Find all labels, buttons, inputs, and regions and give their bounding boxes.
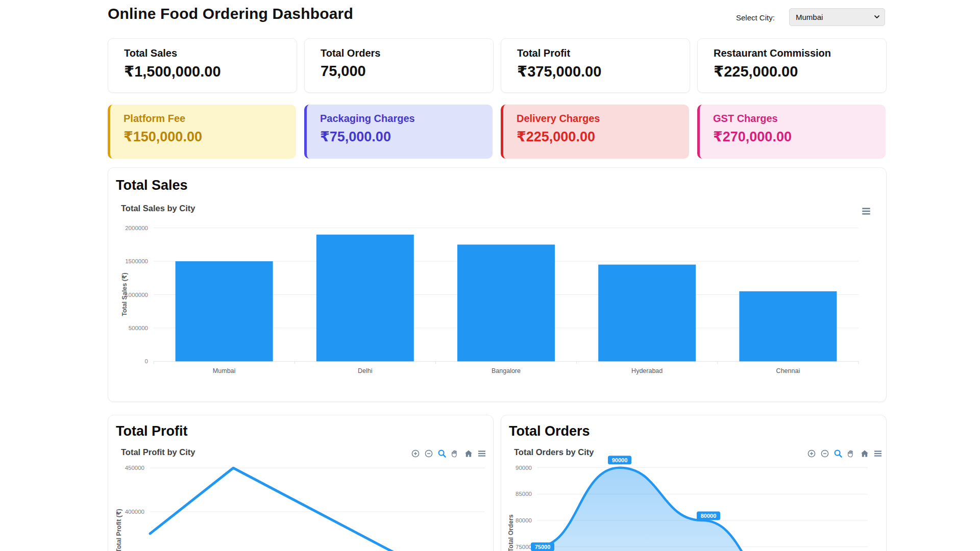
dashboard-page: { "header": { "title": "Online Food Orde… xyxy=(0,0,980,551)
bar-chart-title: Total Sales by City xyxy=(121,204,195,213)
pan-icon[interactable] xyxy=(846,448,856,459)
menu-icon[interactable] xyxy=(873,448,883,459)
select-city-label: Select City: xyxy=(736,13,775,22)
bar-chart-toolbar xyxy=(861,206,872,217)
home-icon[interactable] xyxy=(463,448,474,459)
zoom-in-icon[interactable] xyxy=(806,448,817,459)
fee-value: ₹225,000.00 xyxy=(517,129,595,145)
selection-zoom-icon[interactable] xyxy=(437,448,447,459)
fee-label: Platform Fee xyxy=(124,113,185,124)
home-icon[interactable] xyxy=(860,448,870,459)
area-chart-title: Total Orders by City xyxy=(514,447,594,457)
stat-card-total-orders: Total Orders 75,000 xyxy=(304,38,494,93)
section-heading-total-profit: Total Profit xyxy=(116,423,187,439)
stat-label: Total Orders xyxy=(321,47,380,59)
section-heading-total-sales: Total Sales xyxy=(116,178,188,193)
city-select-wrap: Mumbai xyxy=(789,8,885,26)
stat-card-total-sales: Total Sales ₹1,500,000.00 xyxy=(108,38,297,93)
pan-icon[interactable] xyxy=(450,448,460,459)
fee-label: GST Charges xyxy=(713,113,778,124)
total-sales-panel xyxy=(108,167,887,402)
stat-card-total-profit: Total Profit ₹375,000.00 xyxy=(501,38,690,93)
stat-value: ₹375,000.00 xyxy=(517,63,601,80)
fee-card-packaging-charges: Packaging Charges ₹75,000.00 xyxy=(304,105,493,159)
fee-value: ₹150,000.00 xyxy=(124,129,202,145)
fee-label: Packaging Charges xyxy=(320,113,415,124)
stat-value: ₹1,500,000.00 xyxy=(124,63,221,80)
fee-value: ₹75,000.00 xyxy=(320,129,391,145)
fee-card-platform-fee: Platform Fee ₹150,000.00 xyxy=(108,105,296,159)
stat-value: ₹225,000.00 xyxy=(714,63,798,80)
fee-card-delivery-charges: Delivery Charges ₹225,000.00 xyxy=(501,105,689,159)
stat-value: 75,000 xyxy=(321,63,366,80)
menu-icon[interactable] xyxy=(861,206,872,217)
stat-card-restaurant-commission: Restaurant Commission ₹225,000.00 xyxy=(697,38,887,93)
fee-label: Delivery Charges xyxy=(517,113,600,124)
zoom-out-icon[interactable] xyxy=(424,448,434,459)
section-heading-total-orders: Total Orders xyxy=(509,423,590,439)
selection-zoom-icon[interactable] xyxy=(833,448,843,459)
area-chart-toolbar xyxy=(806,448,883,459)
line-chart-title: Total Profit by City xyxy=(121,447,195,457)
stat-label: Total Sales xyxy=(124,47,177,59)
menu-icon[interactable] xyxy=(477,448,487,459)
line-chart-toolbar xyxy=(410,448,487,459)
page-title: Online Food Ordering Dashboard xyxy=(108,5,353,22)
stat-label: Total Profit xyxy=(517,47,570,59)
zoom-out-icon[interactable] xyxy=(820,448,830,459)
fee-card-gst-charges: GST Charges ₹270,000.00 xyxy=(697,105,886,159)
fee-value: ₹270,000.00 xyxy=(713,129,792,145)
zoom-in-icon[interactable] xyxy=(410,448,421,459)
stat-label: Restaurant Commission xyxy=(714,47,831,59)
city-select[interactable]: Mumbai xyxy=(789,8,885,26)
